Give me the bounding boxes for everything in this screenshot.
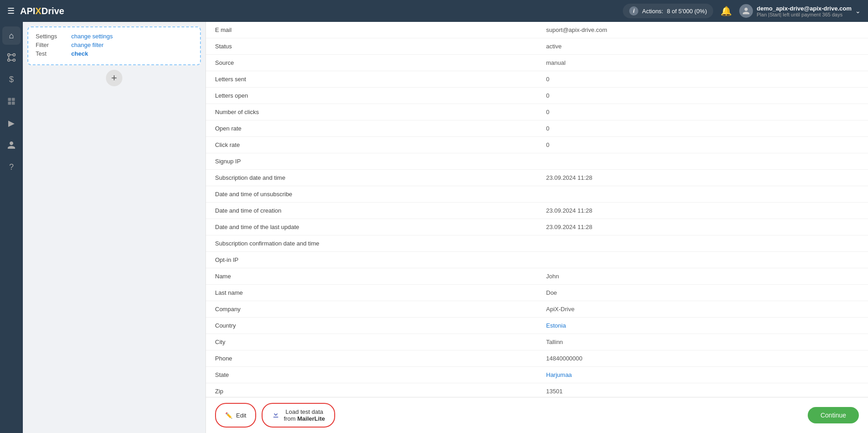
- table-row: Letters sent0: [206, 71, 868, 88]
- logo-api: API: [20, 6, 35, 16]
- field-value: 14840000000: [537, 350, 868, 367]
- table-row: CityTallinn: [206, 334, 868, 350]
- table-row: Number of clicks0: [206, 104, 868, 120]
- sidebar: ⌂ $ ▶ ?: [0, 22, 23, 433]
- hamburger-icon[interactable]: ☰: [7, 6, 15, 16]
- table-row: CountryEstonia: [206, 318, 868, 334]
- flow-card: Settings change settings Filter change f…: [27, 26, 201, 65]
- load-brand: MailerLite: [297, 415, 325, 422]
- table-row: Zip13501: [206, 383, 868, 397]
- filter-row: Filter change filter: [36, 42, 193, 48]
- content-area: Settings change settings Filter change f…: [23, 22, 868, 433]
- user-details: demo_apix-drive@apix-drive.com Plan |Sta…: [757, 5, 852, 17]
- continue-button[interactable]: Continue: [808, 407, 859, 423]
- field-value: Harjumaa: [537, 367, 868, 383]
- field-value: 0: [537, 137, 868, 153]
- field-label: Signup IP: [206, 153, 537, 170]
- sidebar-item-home[interactable]: ⌂: [2, 26, 21, 45]
- sidebar-item-videos[interactable]: ▶: [2, 114, 21, 132]
- user-info[interactable]: demo_apix-drive@apix-drive.com Plan |Sta…: [739, 4, 861, 18]
- logo-drive: Drive: [42, 6, 64, 16]
- sidebar-item-billing[interactable]: $: [2, 70, 21, 89]
- logo: APIXDrive: [20, 6, 64, 16]
- table-row: Last nameDoe: [206, 285, 868, 301]
- field-label: Date and time of unsubscribe: [206, 186, 537, 203]
- svg-point-2: [8, 59, 10, 61]
- field-label: Date and time of creation: [206, 203, 537, 219]
- change-filter-link[interactable]: change filter: [71, 42, 104, 48]
- field-value: 0: [537, 71, 868, 88]
- field-value: Estonia: [537, 318, 868, 334]
- table-row: E mailsuport@apix-drive.com: [206, 22, 868, 38]
- field-value: 13501: [537, 383, 868, 397]
- table-row: Sourcemanual: [206, 55, 868, 71]
- field-label: Letters sent: [206, 71, 537, 88]
- field-label: Open rate: [206, 120, 537, 137]
- field-value: suport@apix-drive.com: [537, 22, 868, 38]
- sidebar-item-integrations[interactable]: [2, 92, 21, 110]
- field-value: 0: [537, 88, 868, 104]
- header-right: i Actions: 8 of 5'000 (0%) 🔔 demo_apix-d…: [623, 4, 861, 18]
- download-icon: [272, 411, 280, 420]
- field-value: [537, 252, 868, 268]
- settings-label: Settings: [36, 33, 68, 40]
- field-label: Last name: [206, 285, 537, 301]
- header-left: ☰ APIXDrive: [7, 6, 64, 16]
- field-value: Doe: [537, 285, 868, 301]
- field-value: [537, 153, 868, 170]
- right-panel: E mailsuport@apix-drive.comStatusactiveS…: [205, 22, 868, 433]
- sidebar-item-profile[interactable]: [2, 136, 21, 154]
- edit-button[interactable]: ✏️ Edit: [215, 403, 256, 428]
- field-label: Subscription confirmation date and time: [206, 235, 537, 252]
- table-row: Signup IP: [206, 153, 868, 170]
- field-value: Tallinn: [537, 334, 868, 350]
- field-label: Country: [206, 318, 537, 334]
- sidebar-item-flows[interactable]: [2, 48, 21, 67]
- svg-rect-9: [8, 102, 11, 105]
- field-label: City: [206, 334, 537, 350]
- test-row: Test check: [36, 50, 193, 57]
- edit-label: Edit: [236, 412, 246, 419]
- field-value: ApiX-Drive: [537, 301, 868, 318]
- field-label: Zip: [206, 383, 537, 397]
- field-value: 23.09.2024 11:28: [537, 203, 868, 219]
- field-label: Opt-in IP: [206, 252, 537, 268]
- user-avatar: [739, 4, 753, 18]
- check-link[interactable]: check: [71, 50, 88, 57]
- settings-row: Settings change settings: [36, 33, 193, 40]
- field-value: John: [537, 268, 868, 285]
- field-label: State: [206, 367, 537, 383]
- svg-point-1: [13, 54, 15, 56]
- actions-badge: i Actions: 8 of 5'000 (0%): [623, 4, 713, 18]
- field-label: Subscription date and time: [206, 170, 537, 186]
- bell-icon[interactable]: 🔔: [721, 5, 732, 16]
- svg-point-0: [8, 54, 10, 56]
- field-label: Status: [206, 38, 537, 55]
- chevron-down-icon: ⌄: [855, 7, 861, 15]
- table-row: Date and time of unsubscribe: [206, 186, 868, 203]
- table-row: Letters open0: [206, 88, 868, 104]
- table-row: Click rate0: [206, 137, 868, 153]
- field-value: 23.09.2024 11:28: [537, 170, 868, 186]
- bottom-bar: ✏️ Edit Load test datafrom MailerLite Co…: [206, 397, 868, 433]
- data-table: E mailsuport@apix-drive.comStatusactiveS…: [206, 22, 868, 397]
- field-label: Click rate: [206, 137, 537, 153]
- edit-icon: ✏️: [225, 412, 232, 419]
- load-test-data-button[interactable]: Load test datafrom MailerLite: [262, 403, 335, 428]
- field-value: 0: [537, 104, 868, 120]
- field-value: active: [537, 38, 868, 55]
- user-plan: Plan |Start| left until payment 365 days: [757, 12, 852, 17]
- table-row: Subscription date and time23.09.2024 11:…: [206, 170, 868, 186]
- field-value: 23.09.2024 11:28: [537, 219, 868, 235]
- svg-rect-10: [12, 102, 15, 105]
- svg-rect-7: [8, 98, 11, 101]
- svg-point-3: [13, 59, 15, 61]
- add-step-button[interactable]: +: [106, 70, 122, 86]
- table-row: StateHarjumaa: [206, 367, 868, 383]
- change-settings-link[interactable]: change settings: [71, 33, 113, 40]
- main-layout: ⌂ $ ▶ ? Settings change settings Filter …: [0, 22, 868, 433]
- actions-count: 8 of 5'000 (0%): [667, 8, 707, 15]
- filter-label: Filter: [36, 42, 68, 48]
- field-label: E mail: [206, 22, 537, 38]
- sidebar-item-help[interactable]: ?: [2, 158, 21, 176]
